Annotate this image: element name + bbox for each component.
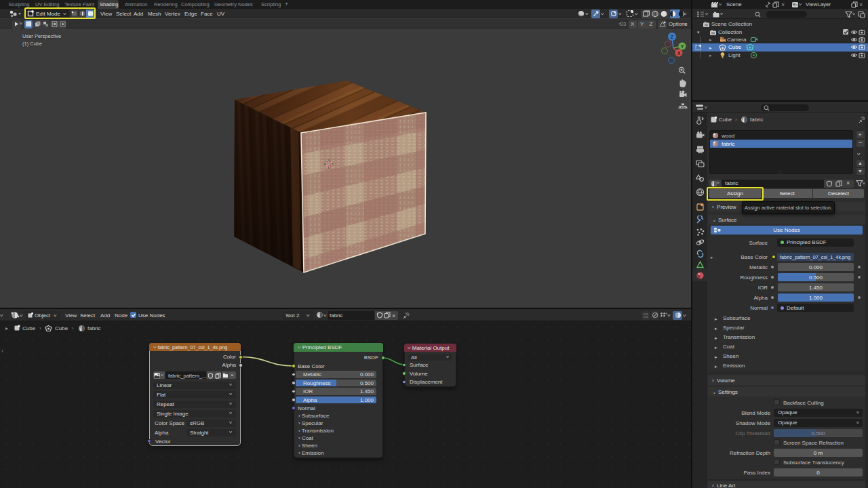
svg-text:Z: Z	[671, 35, 674, 39]
svg-text:Y: Y	[681, 44, 684, 49]
svg-text:X: X	[677, 51, 681, 56]
